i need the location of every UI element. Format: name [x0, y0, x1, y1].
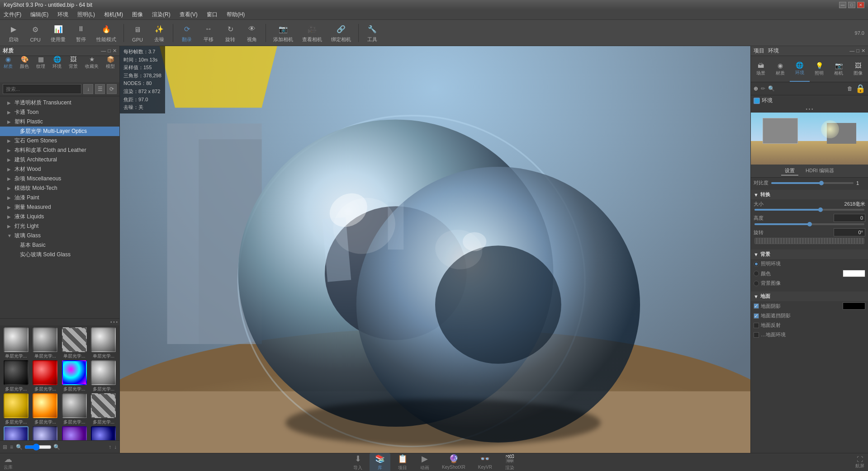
- tool-view-camera[interactable]: 🎥 查看相机: [299, 21, 326, 45]
- material-thumb[interactable]: 多层光学...: [60, 426, 89, 440]
- material-thumb[interactable]: 多层光学...: [90, 426, 118, 440]
- material-thumb[interactable]: 单层光学...: [90, 327, 118, 359]
- bottom-tab-animation[interactable]: ▶ 动画: [415, 453, 435, 471]
- tree-item[interactable]: ▶塑料 Plastic: [0, 117, 119, 127]
- settings-tab-hdri[interactable]: HDRI 编辑器: [802, 166, 838, 175]
- tree-item[interactable]: 实心玻璃 Solid Glass: [0, 250, 119, 259]
- menu-image[interactable]: 图像: [130, 10, 145, 19]
- size-slider-thumb[interactable]: [818, 207, 823, 212]
- bottom-tab-import[interactable]: ⬇ 导入: [348, 453, 368, 471]
- bg-color-radio[interactable]: [754, 271, 759, 276]
- rotation-input[interactable]: [834, 228, 865, 236]
- height-input[interactable]: [834, 214, 865, 222]
- env-list-item[interactable]: 🌐 环境: [751, 95, 868, 106]
- tool-usage[interactable]: 📊 使用量: [47, 21, 69, 45]
- material-thumb[interactable]: 单层光学...: [60, 327, 89, 359]
- tool-pause[interactable]: ⏸ 暂停: [71, 21, 91, 45]
- tree-item[interactable]: ▶半透明材质 Translucent: [0, 98, 119, 108]
- material-thumb[interactable]: 多层光学...: [31, 393, 60, 425]
- contrast-thumb[interactable]: [819, 181, 824, 185]
- tool-add-camera[interactable]: 📷 添加相机: [270, 21, 297, 45]
- menu-edit[interactable]: 编辑(E): [28, 10, 50, 19]
- panel-float-btn[interactable]: □: [108, 48, 111, 54]
- tree-item[interactable]: ▶布料和皮革 Cloth and Leather: [0, 146, 119, 155]
- bottom-tab-library[interactable]: 📚 库: [370, 453, 390, 471]
- tree-item[interactable]: ▶液体 Liquids: [0, 212, 119, 221]
- tab-lighting[interactable]: 💡 照明: [810, 56, 829, 82]
- menu-help[interactable]: 帮助(H): [225, 10, 247, 19]
- background-header[interactable]: ▼ 背景: [751, 250, 868, 259]
- tree-item[interactable]: 基本 Basic: [0, 240, 119, 250]
- menu-env[interactable]: 环境: [56, 10, 70, 19]
- bottom-tab-render[interactable]: 🎬 渲染: [499, 453, 520, 471]
- bottom-tab-keyshotxr[interactable]: 🔮 KeyShotXR: [436, 453, 471, 471]
- nav-down-btn[interactable]: ↓: [114, 444, 117, 450]
- material-thumb[interactable]: 多层光学...: [2, 360, 30, 392]
- edit-env-btn[interactable]: ✏: [761, 85, 765, 92]
- tree-item[interactable]: ▼玻璃 Glass: [0, 231, 119, 240]
- search-options-btn[interactable]: ☰: [95, 84, 105, 94]
- nav-up-btn[interactable]: ↑: [109, 444, 111, 450]
- transform-header[interactable]: ▼ 转换: [751, 190, 868, 199]
- ground-shadow-checkbox[interactable]: ✓: [754, 303, 759, 309]
- tab-env[interactable]: 🌐 环境: [49, 55, 65, 71]
- tree-item[interactable]: ▶建筑 Architectural: [0, 155, 119, 165]
- tree-item[interactable]: ▶测量 Measured: [0, 203, 119, 212]
- tree-item[interactable]: ▶杂项 Miscellaneous: [0, 174, 119, 184]
- rotation-slider[interactable]: [754, 238, 864, 244]
- tree-item[interactable]: ▶模德纹 Mold-Tech: [0, 184, 119, 193]
- close-button[interactable]: ✕: [857, 2, 864, 8]
- tree-item[interactable]: ▶灯光 Light: [0, 221, 119, 231]
- height-slider-thumb[interactable]: [807, 222, 812, 226]
- tool-start[interactable]: ▶ 启动: [4, 21, 24, 45]
- material-thumb[interactable]: 单层光学...: [2, 327, 30, 359]
- cloud-btn[interactable]: ☁ 云库: [4, 454, 13, 471]
- material-thumb[interactable]: 多层光学...: [90, 393, 118, 425]
- right-panel-minimize[interactable]: —: [849, 48, 854, 54]
- panel-minimize-btn[interactable]: —: [101, 48, 106, 54]
- tool-tools[interactable]: 🔧 工具: [362, 21, 382, 45]
- tab-material-right[interactable]: ◉ 材质: [770, 56, 790, 82]
- material-thumb[interactable]: 多层光学...: [31, 426, 60, 440]
- expand-btn[interactable]: ⛶ 航屏: [855, 456, 864, 469]
- tree-item[interactable]: ▶卡通 Toon: [0, 108, 119, 117]
- bg-lighting-radio[interactable]: [754, 261, 759, 267]
- lock-env-btn[interactable]: 🔒: [855, 84, 865, 94]
- menu-file[interactable]: 文件(F): [2, 10, 23, 19]
- grid-view-btn[interactable]: ⊞: [3, 444, 7, 450]
- settings-tab-settings[interactable]: 设置: [781, 166, 798, 175]
- bg-image-radio[interactable]: [754, 281, 759, 286]
- tool-pan[interactable]: ↔ 平移: [199, 21, 218, 45]
- size-slider[interactable]: [24, 443, 52, 451]
- delete-env-btn[interactable]: 🗑: [847, 85, 853, 92]
- tab-model[interactable]: 📦 模型: [102, 55, 119, 71]
- bottom-tab-project[interactable]: 📋 项目: [392, 453, 413, 471]
- material-thumb[interactable]: 多层光学...: [2, 393, 30, 425]
- menu-light[interactable]: 照明(L): [76, 10, 97, 19]
- tool-rotate[interactable]: ↻ 旋转: [220, 21, 240, 45]
- bg-color-picker[interactable]: [843, 270, 865, 277]
- material-thumb[interactable]: 多层光学...: [60, 360, 89, 392]
- tool-gpu[interactable]: 🖥 GPU: [128, 22, 147, 44]
- material-thumb[interactable]: 多层光学...: [90, 360, 118, 392]
- tool-denoise[interactable]: ✨ 去噪: [149, 21, 169, 45]
- ground-env-checkbox[interactable]: [754, 332, 759, 338]
- minimize-button[interactable]: —: [839, 2, 846, 8]
- tab-camera-right[interactable]: 📷 相机: [829, 56, 849, 82]
- tab-bg[interactable]: 🖼 背景: [65, 55, 81, 71]
- right-panel-float[interactable]: □: [856, 48, 859, 54]
- menu-window[interactable]: 窗口: [205, 10, 219, 19]
- search-input[interactable]: [3, 84, 81, 94]
- ground-header[interactable]: ▼ 地面: [751, 292, 868, 301]
- tool-performance[interactable]: 🔥 性能模式: [93, 21, 120, 45]
- material-thumb[interactable]: 多层光学...: [60, 393, 89, 425]
- bottom-tab-keyvr[interactable]: 👓 KeyVR: [473, 453, 498, 471]
- search-refresh-btn[interactable]: ⟳: [107, 84, 117, 94]
- contrast-slider[interactable]: [771, 182, 854, 184]
- height-slider-track[interactable]: [754, 223, 864, 225]
- tab-material[interactable]: ◉ 材质: [0, 55, 16, 71]
- add-env-btn[interactable]: ⊕: [754, 85, 758, 92]
- tree-item[interactable]: ▶油漆 Paint: [0, 193, 119, 203]
- tab-favorites[interactable]: ★ 收藏夹: [81, 55, 102, 71]
- tree-item[interactable]: 多层光学 Multi-Layer Optics: [0, 127, 119, 136]
